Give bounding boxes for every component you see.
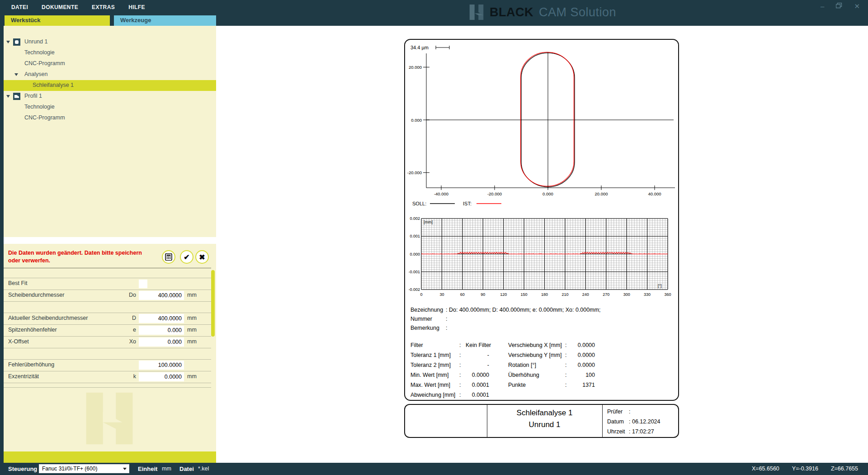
form-row-scheibendurchmesser: ScheibendurchmesserDomm [4, 290, 211, 302]
form-row-spacer [4, 348, 211, 360]
y-tick-label: 0.000 [411, 118, 422, 123]
tree-item-unrund-1[interactable]: Unrund 1 [4, 37, 216, 48]
info-label: Filter [410, 342, 459, 348]
workpiece-tree: Unrund 1TechnologieCNC-ProgrammAnalysenS… [4, 26, 216, 237]
warning-line1: Die Daten wurden geändert. Daten bitte s… [8, 249, 157, 257]
field-symbol: Xo [119, 338, 136, 345]
close-icon[interactable]: ✕ [854, 1, 860, 12]
y-tick-label: 0.001 [410, 234, 420, 238]
field-label: Scheibendurchmesser [8, 292, 64, 298]
einheit-label: Einheit [138, 466, 157, 472]
info-colon: : [565, 342, 571, 348]
info-value: Kein Filter [466, 342, 489, 348]
tree-item-schleifanalyse-1[interactable]: Schleifanalyse 1 [4, 80, 216, 91]
y-tick-label: 0.000 [410, 252, 420, 256]
chevron-down-icon [123, 468, 127, 470]
form-row-fehler-berh-hung: Fehlerüberhöhung [4, 360, 211, 371]
field-input-Xo[interactable] [139, 337, 184, 347]
info-label: Verschiebung X [mm] [508, 342, 565, 348]
expand-arrow-icon[interactable] [14, 73, 18, 76]
tree-item-label: Unrund 1 [24, 38, 47, 45]
footer-meta-datum: Datum: 06.12.2024 [607, 418, 660, 425]
info-left-row-0: Filter:Kein Filter [410, 342, 489, 350]
x-tick-label: 270 [603, 292, 609, 297]
form-row-spacer [4, 383, 211, 388]
menu-item-datei[interactable]: DATEI [11, 4, 28, 10]
deviation-chart: 03060901201501802102402703003303600.0020… [409, 214, 676, 299]
info-colon: : [459, 372, 466, 378]
steuerung-dropdown[interactable]: Fanuc 31i/0i-TF+ (600) [39, 464, 129, 473]
form-row-spacer [4, 302, 211, 313]
tree-item-technologie[interactable]: Technologie [4, 102, 216, 113]
legend-soll-label: SOLL: [412, 201, 426, 206]
field-input-fehlerüberhöhung[interactable] [139, 361, 184, 370]
info-colon: : [459, 352, 466, 358]
field-symbol: k [119, 373, 136, 380]
expand-arrow-icon[interactable] [6, 95, 10, 98]
tab-werkzeuge[interactable]: Werkzeuge [114, 15, 216, 26]
y-tick-label: 20.000 [409, 65, 422, 70]
x-tick-label: 90 [481, 292, 485, 297]
field-label: Aktueller Scheibendurchmesser [8, 315, 88, 321]
y-tick-label: -0.002 [409, 287, 420, 292]
app-brand: BLACK CAM Solution [469, 1, 616, 24]
x-tick-label: -20.000 [487, 191, 502, 196]
info-left-row-2: Toleranz 2 [mm]:- [410, 362, 489, 370]
x-icon: ✖ [199, 253, 205, 261]
field-input-k[interactable] [139, 372, 184, 381]
tree-item-label: Technologie [24, 49, 55, 56]
footer-workpiece-name: Unrund 1 [487, 420, 602, 429]
info-left-row-5: Abweichung [mm]:0.0001 [410, 392, 489, 400]
info-colon: : [459, 342, 466, 348]
einheit-value: mm [162, 466, 171, 472]
field-input-Do[interactable] [139, 291, 184, 300]
calculate-button[interactable] [162, 250, 175, 264]
tree-item-technologie[interactable]: Technologie [4, 48, 216, 58]
x-tick-label: 0.000 [542, 191, 553, 196]
form-row-spitzenh-henfehler: Spitzenhöhenfehleremm [4, 325, 211, 337]
minimize-icon[interactable]: – [821, 1, 824, 12]
info-colon: : [459, 362, 466, 368]
info-value: 0.0001 [466, 392, 489, 398]
info-top-row-2: Bemerkung: [410, 325, 447, 333]
footer-meta-uhrzeit: Uhrzeit: 17:02:27 [607, 428, 654, 435]
field-label: Exzentrizität [8, 373, 39, 380]
tree-item-profil-1[interactable]: Profil 1 [4, 91, 216, 102]
x-tick-label: 60 [460, 292, 465, 297]
info-label: Rotation [°] [508, 362, 565, 368]
menu-item-hilfe[interactable]: HILFE [128, 4, 145, 10]
x-tick-label: 300 [623, 292, 630, 297]
form-scrollbar[interactable] [211, 270, 215, 337]
best-fit-checkbox[interactable] [139, 280, 147, 288]
meta-label: Datum [607, 418, 629, 425]
menu-item-dokumente[interactable]: DOKUMENTE [42, 4, 78, 10]
meta-label: Prüfer [607, 408, 629, 415]
info-value: - [466, 352, 489, 358]
info-colon: : [565, 352, 571, 358]
restore-icon[interactable] [836, 1, 842, 12]
info-value: 1371 [571, 382, 595, 388]
tree-item-cnc-programm[interactable]: CNC-Programm [4, 58, 216, 69]
info-colon: : [446, 307, 449, 313]
expand-arrow-icon[interactable] [6, 41, 10, 43]
x-tick-label: 40.000 [648, 191, 661, 196]
info-value: 0.0000 [571, 342, 595, 348]
field-unit: mm [187, 373, 197, 380]
field-input-e[interactable] [139, 326, 184, 335]
field-input-D[interactable] [139, 314, 184, 323]
info-right-row-4: Punkte:1371 [508, 382, 595, 390]
steuerung-label: Steuerung [8, 466, 37, 472]
brand-name: BLACK [490, 5, 533, 19]
tree-item-label: Profil 1 [24, 93, 42, 99]
tree-item-cnc-programm[interactable]: CNC-Programm [4, 113, 216, 124]
menu-item-extras[interactable]: EXTRAS [92, 4, 115, 10]
deviation-chart-svg: 03060901201501802102402703003303600.0020… [409, 214, 676, 298]
coord-z: Z=66.7655 [831, 466, 858, 472]
tree-item-analysen[interactable]: Analysen [4, 69, 216, 80]
meta-colon: : [629, 408, 630, 415]
apply-button[interactable]: ✔ [180, 250, 193, 264]
discard-button[interactable]: ✖ [195, 250, 209, 264]
info-label: Überhöhung [508, 372, 565, 378]
field-unit: mm [187, 338, 197, 345]
tab-werkstueck[interactable]: Werkstück [5, 15, 110, 26]
